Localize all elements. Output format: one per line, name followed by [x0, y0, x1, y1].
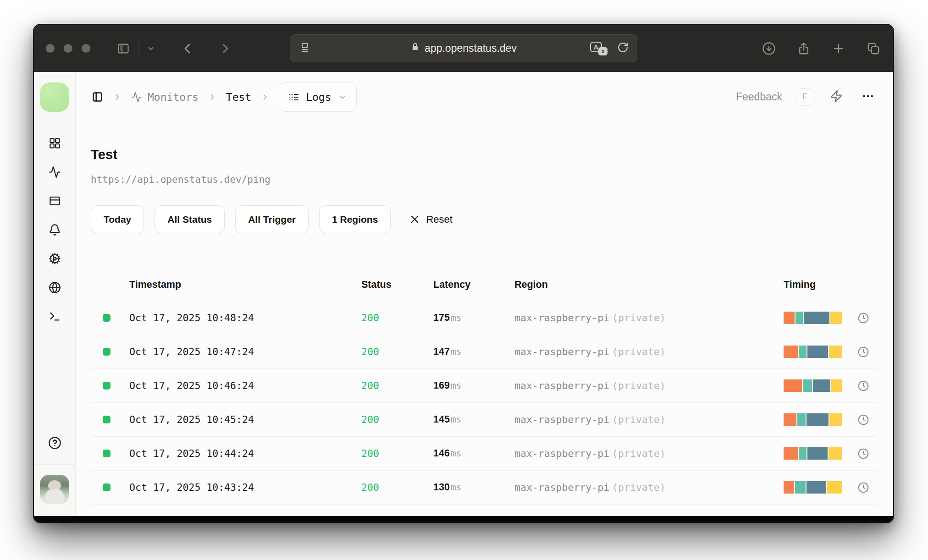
sidebar-item-domains[interactable] — [49, 281, 61, 294]
back-button[interactable] — [181, 42, 194, 55]
table-row[interactable]: Oct 17, 2025 10:43:24 200 130ms max-rasp… — [91, 471, 877, 505]
timing-bar — [784, 447, 842, 460]
status-dot-icon — [103, 314, 110, 322]
reload-icon[interactable] — [617, 42, 629, 55]
clock-icon[interactable] — [842, 448, 877, 460]
chevron-right-icon — [260, 93, 270, 102]
downloads-icon[interactable] — [762, 42, 776, 55]
timing-segment — [797, 413, 806, 426]
panel-toggle-icon[interactable] — [91, 91, 104, 103]
clock-icon[interactable] — [842, 482, 877, 494]
clock-icon[interactable] — [842, 346, 877, 358]
user-avatar[interactable] — [40, 475, 69, 504]
sidebar-chevron-down-icon[interactable] — [147, 44, 155, 53]
status-dot-icon — [103, 450, 110, 457]
lock-icon — [410, 42, 420, 55]
forward-button[interactable] — [218, 42, 232, 55]
cell-status: 200 — [361, 346, 433, 357]
address-bar[interactable]: app.openstatus.dev Ax — [290, 34, 637, 62]
timing-bar — [784, 413, 842, 426]
filter-trigger-button[interactable]: All Trigger — [235, 205, 309, 233]
close-window-button[interactable] — [46, 44, 55, 53]
cell-latency: 145ms — [433, 414, 514, 425]
new-tab-icon[interactable] — [832, 42, 845, 55]
timing-segment — [807, 447, 828, 460]
filter-status-button[interactable]: All Status — [155, 205, 225, 233]
view-selector-label: Logs — [306, 91, 331, 103]
sidebar-item-status-pages[interactable] — [49, 195, 61, 207]
globe-icon — [49, 281, 61, 294]
zoom-window-button[interactable] — [82, 44, 90, 53]
cell-status: 200 — [361, 448, 433, 459]
filter-regions-button[interactable]: 1 Regions — [319, 205, 391, 233]
traffic-lights — [46, 44, 90, 53]
col-region: Region — [514, 279, 784, 291]
sidebar-item-cli[interactable] — [49, 310, 61, 323]
timing-segment — [799, 447, 806, 460]
timing-segment — [813, 379, 830, 392]
activity-icon — [131, 92, 142, 103]
sidebar-item-settings[interactable] — [49, 253, 61, 265]
timing-segment — [806, 481, 826, 494]
reset-filters-button[interactable]: Reset — [409, 214, 452, 225]
breadcrumb-monitors[interactable]: Monitors — [131, 91, 199, 103]
app-sidebar — [34, 72, 76, 516]
sidebar-item-notifications[interactable] — [49, 224, 61, 236]
more-menu-icon[interactable] — [861, 89, 875, 105]
minimize-window-button[interactable] — [64, 44, 72, 53]
timing-bar — [784, 312, 842, 324]
cell-latency: 146ms — [433, 448, 514, 459]
chevron-down-icon — [338, 93, 347, 102]
zap-icon[interactable] — [830, 90, 843, 104]
timing-segment — [784, 447, 798, 460]
logs-table: Timestamp Status Latency Region Timing O… — [91, 269, 877, 505]
timing-segment — [784, 413, 796, 426]
clock-icon[interactable] — [842, 312, 877, 324]
sidebar-toggle-icon[interactable] — [117, 42, 130, 55]
cell-status: 200 — [361, 414, 433, 425]
screenshot-canvas: app.openstatus.dev Ax — [0, 0, 928, 560]
table-row[interactable]: Oct 17, 2025 10:44:24 200 146ms max-rasp… — [91, 437, 877, 471]
page-menu-icon[interactable] — [298, 41, 311, 56]
help-button[interactable] — [48, 436, 61, 464]
chevron-right-icon — [113, 93, 122, 102]
timing-segment — [827, 481, 842, 494]
table-row[interactable]: Oct 17, 2025 10:48:24 200 175ms max-rasp… — [91, 301, 877, 335]
filter-date-button[interactable]: Today — [91, 205, 144, 233]
page-title: Test — [91, 147, 877, 162]
bell-icon — [49, 224, 61, 236]
cell-timestamp: Oct 17, 2025 10:45:24 — [129, 414, 361, 425]
table-row[interactable]: Oct 17, 2025 10:46:24 200 169ms max-rasp… — [91, 369, 877, 403]
status-dot-icon — [103, 382, 110, 390]
cell-status: 200 — [361, 482, 433, 493]
translate-icon[interactable]: Ax — [590, 42, 608, 55]
cell-timestamp: Oct 17, 2025 10:47:24 — [129, 346, 361, 357]
col-timing: Timing — [784, 279, 842, 291]
activity-icon — [49, 166, 61, 178]
status-dot-icon — [103, 348, 110, 356]
table-row[interactable]: Oct 17, 2025 10:47:24 200 147ms max-rasp… — [91, 335, 877, 369]
sidebar-item-dashboard[interactable] — [49, 137, 61, 149]
timing-segment — [784, 312, 795, 324]
table-body: Oct 17, 2025 10:48:24 200 175ms max-rasp… — [91, 301, 877, 505]
cell-timestamp: Oct 17, 2025 10:46:24 — [129, 380, 361, 391]
breadcrumb-current[interactable]: Test — [226, 91, 251, 103]
url-text[interactable]: app.openstatus.dev — [425, 42, 517, 55]
view-selector-button[interactable]: Logs — [279, 82, 356, 112]
tab-overview-icon[interactable] — [867, 42, 880, 55]
feedback-button[interactable]: Feedback — [736, 91, 782, 103]
workspace-avatar[interactable] — [40, 82, 69, 112]
share-icon[interactable] — [797, 42, 811, 55]
cell-timestamp: Oct 17, 2025 10:44:24 — [129, 448, 361, 459]
cell-timestamp: Oct 17, 2025 10:48:24 — [129, 312, 361, 324]
main-panel: Monitors Test Logs — [76, 72, 893, 516]
timing-segment — [784, 346, 798, 358]
cell-latency: 147ms — [433, 346, 514, 357]
sidebar-item-monitors[interactable] — [49, 166, 61, 178]
cell-region: max-raspberry-pi(private) — [514, 380, 784, 391]
clock-icon[interactable] — [842, 414, 877, 426]
feedback-shortcut-key: F — [796, 88, 813, 106]
timing-segment — [784, 481, 794, 494]
clock-icon[interactable] — [842, 380, 877, 392]
table-row[interactable]: Oct 17, 2025 10:45:24 200 145ms max-rasp… — [91, 403, 877, 437]
